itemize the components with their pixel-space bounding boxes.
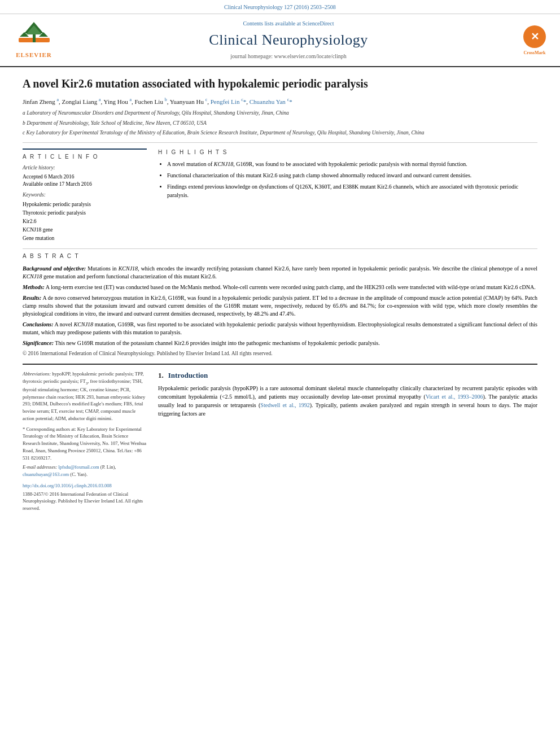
contents-line: Contents lists available at ScienceDirec… (62, 20, 515, 28)
available-date: Available online 17 March 2016 (23, 181, 147, 188)
keywords-list: Hypokalemic periodic paralysis Thyrotoxi… (23, 200, 147, 243)
abstract-methods: Methods: A long-term exercise test (ET) … (23, 283, 537, 291)
bottom-section: Abbreviations: hypoKPP, hypokalemic peri… (0, 370, 560, 512)
keyword-2: Thyrotoxic periodic paralysis (23, 209, 147, 217)
article-title: A novel Kir2.6 mutation associated with … (23, 76, 537, 91)
author-ying: Ying Hou a (104, 98, 132, 105)
highlight-1: A novel mutation of KCNJ18, G169R, was f… (167, 160, 537, 168)
keyword-1: Hypokalemic periodic paralysis (23, 200, 147, 209)
hours-text: hours (477, 402, 489, 408)
science-direct-link[interactable]: ScienceDirect (302, 20, 334, 27)
journal-header: ELSEVIER Contents lists available at Sci… (0, 14, 560, 67)
email-link-2[interactable]: chuanzhuyan@163.com (23, 471, 69, 477)
author-jinfan: Jinfan Zheng a (23, 98, 59, 105)
abstract-results: Results: A de novo conserved heterozygou… (23, 294, 537, 318)
highlights-list: A novel mutation of KCNJ18, G169R, was f… (158, 160, 537, 199)
keyword-3: Kir2.6 (23, 217, 147, 226)
crossmark-area: ✕ CrossMark (520, 24, 549, 56)
keywords-label: Keywords: (23, 191, 147, 199)
author-pengfei: Pengfei Lin c* (211, 98, 246, 105)
authors-line: Jinfan Zheng a, Zonglai Liang a, Ying Ho… (23, 97, 537, 106)
intro-section-title: Introduction (168, 370, 208, 381)
journal-homepage: journal homepage: www.elsevier.com/locat… (62, 53, 515, 60)
author-yuanyuan: Yuanyuan Hu c (170, 98, 208, 105)
intro-section-number: 1. (158, 370, 164, 381)
doi-line: http://dx.doi.org/10.1016/j.clinph.2016.… (23, 483, 147, 490)
intro-link-1[interactable]: Vicart et al., 1993–2006 (426, 394, 483, 400)
email-link-1[interactable]: lpfsdu@foxmail.com (58, 464, 99, 470)
highlight-3: Findings extend previous knowledge on dy… (167, 182, 537, 199)
intro-header-row: 1. Introduction (158, 370, 537, 381)
keyword-5: Gene mutation (23, 234, 147, 243)
article-info-highlights: A R T I C L E I N F O Article history: A… (23, 148, 537, 243)
author-chuanzhu: Chuanzhu Yan c* (250, 98, 292, 105)
journal-header-center: Contents lists available at ScienceDirec… (62, 20, 515, 60)
author-fuchen: Fuchen Liu b (134, 98, 167, 105)
elsevier-text: ELSEVIER (16, 51, 52, 59)
highlight-2: Functional characterization of this muta… (167, 171, 537, 180)
abstract-section: A B S T R A C T Background and objective… (0, 248, 560, 357)
email-text: E-mail addresses: lpfsdu@foxmail.com (P.… (23, 464, 147, 478)
introduction-column: 1. Introduction Hypokalemic periodic par… (158, 370, 537, 512)
journal-title: Clinical Neurophysiology (62, 30, 515, 50)
accepted-date: Accepted 6 March 2016 (23, 173, 147, 181)
affiliation-b: b Department of Neurobiology, Yale Schoo… (23, 120, 537, 127)
intro-link-2[interactable]: Stedwell et al., 1992 (260, 402, 309, 408)
article-info-section: A R T I C L E I N F O Article history: A… (23, 148, 147, 243)
history-label: Article history: (23, 164, 147, 172)
highlights-section: H I G H L I G H T S A novel mutation of … (158, 148, 537, 243)
article-info-header: A R T I C L E I N F O (23, 153, 147, 161)
highlights-header: H I G H L I G H T S (158, 148, 537, 156)
corresponding-text: * Corresponding authors at: Key Laborato… (23, 426, 147, 462)
journal-citation: Clinical Neurophysiology 127 (2016) 2503… (0, 0, 560, 14)
main-content: A novel Kir2.6 mutation associated with … (0, 67, 560, 243)
abbreviations-text: Abbreviations: hypoKPP, hypokalemic peri… (23, 370, 147, 422)
affiliation-c: c Key Laboratory for Experimental Terato… (23, 129, 537, 137)
elsevier-logo: ELSEVIER (11, 21, 56, 59)
abstract-header: A B S T R A C T (23, 248, 537, 260)
issn-line: 1388-2457/© 2016 International Federatio… (23, 491, 147, 512)
intro-paragraph-1: Hypokalemic periodic paralysis (hypoKPP)… (158, 384, 537, 418)
bottom-divider (23, 364, 537, 365)
doi-link[interactable]: http://dx.doi.org/10.1016/j.clinph.2016.… (23, 483, 112, 488)
copyright: © 2016 International Federation of Clini… (23, 350, 537, 357)
divider-1 (23, 142, 537, 143)
affiliation-a: a Laboratory of Neuromuscular Disorders … (23, 110, 537, 117)
crossmark-icon: ✕ (522, 24, 548, 50)
footnotes-column: Abbreviations: hypoKPP, hypokalemic peri… (23, 370, 147, 512)
svg-text:✕: ✕ (530, 31, 539, 42)
elsevier-tree-icon (19, 21, 50, 49)
abstract-background: Background and objective: Mutations in K… (23, 265, 537, 281)
abstract-significance: Significance: This new G169R mutation of… (23, 339, 537, 347)
author-zonglai: Zonglai Liang a (62, 98, 101, 105)
keyword-4: KCNJ18 gene (23, 226, 147, 234)
abstract-conclusions: Conclusions: A novel KCNJ18 mutation, G1… (23, 321, 537, 337)
